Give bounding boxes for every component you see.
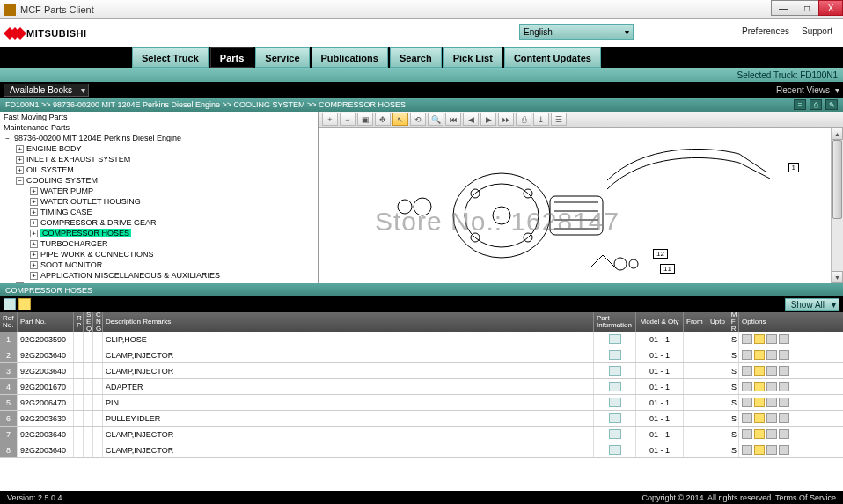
table-row[interactable]: 592G2006470PIN01 - 1S — [0, 395, 843, 411]
option-icon-2[interactable] — [754, 350, 765, 360]
nav-prev-icon[interactable]: ◀ — [463, 113, 479, 126]
option-icon-1[interactable] — [742, 429, 752, 439]
callout-11[interactable]: 11 — [660, 264, 675, 274]
select-icon[interactable]: ↖ — [392, 113, 408, 126]
zoom-in-icon[interactable]: + — [322, 113, 338, 126]
option-icon-3[interactable] — [766, 350, 777, 360]
option-icon-4[interactable] — [779, 398, 789, 407]
toggle-button-1[interactable] — [4, 298, 16, 310]
layers-icon[interactable]: ☰ — [551, 113, 567, 126]
nav-last-icon[interactable]: ⏭ — [498, 113, 514, 126]
tree-fastmoving[interactable]: Fast Moving Parts — [0, 112, 318, 122]
expand-icon[interactable]: + — [30, 240, 38, 248]
zoom-out-icon[interactable]: − — [340, 113, 356, 126]
col-mq[interactable]: Model & Qty — [636, 312, 684, 332]
tree-inlet-exhaust[interactable]: INLET & EXHAUST SYSTEM — [26, 155, 130, 164]
option-icon-4[interactable] — [779, 382, 789, 391]
option-icon-4[interactable] — [779, 350, 789, 360]
option-icon-2[interactable] — [754, 366, 765, 376]
table-row[interactable]: 792G2003640CLAMP,INJECTOR01 - 1S — [0, 427, 843, 442]
option-icon-1[interactable] — [742, 413, 752, 423]
part-info-icon[interactable] — [609, 366, 621, 376]
tree-water-outlet[interactable]: WATER OUTLET HOUSING — [40, 197, 141, 206]
tab-select-truck[interactable]: Select Truck — [132, 47, 209, 68]
col-from[interactable]: From — [684, 312, 707, 332]
table-row[interactable]: 392G2003640CLAMP,INJECTOR01 - 1S — [0, 363, 843, 379]
fit-icon[interactable]: ▣ — [357, 113, 373, 126]
part-info-icon[interactable] — [609, 445, 621, 455]
expand-icon[interactable]: + — [30, 187, 38, 195]
part-info-icon[interactable] — [609, 413, 621, 423]
option-icon-3[interactable] — [766, 413, 777, 423]
toggle-button-2[interactable] — [18, 298, 31, 310]
recent-views-label[interactable]: Recent Views — [776, 85, 830, 95]
collapse-icon[interactable]: − — [16, 177, 24, 185]
tree-water-pump[interactable]: WATER PUMP — [40, 186, 93, 195]
nav-first-icon[interactable]: ⏮ — [445, 113, 461, 126]
reset-icon[interactable]: ⟲ — [410, 113, 426, 126]
option-icon-3[interactable] — [766, 382, 777, 391]
option-icon-4[interactable] — [779, 429, 789, 439]
part-info-icon[interactable] — [609, 429, 621, 439]
option-icon-1[interactable] — [742, 366, 752, 376]
tree-timing-case[interactable]: TIMING CASE — [40, 208, 92, 216]
expand-icon[interactable]: + — [30, 261, 38, 269]
tab-content-updates[interactable]: Content Updates — [504, 47, 601, 68]
tree-engine-body[interactable]: ENGINE BODY — [26, 144, 82, 153]
col-seq[interactable]: S E Q — [84, 312, 93, 332]
col-options[interactable]: Options — [739, 312, 795, 332]
table-row[interactable]: 192G2003590CLIP,HOSE01 - 1S — [0, 332, 843, 347]
table-row[interactable]: 892G2003640CLAMP,INJECTOR01 - 1S — [0, 442, 843, 458]
expand-icon[interactable]: + — [16, 145, 24, 153]
option-icon-1[interactable] — [742, 382, 752, 391]
col-ref[interactable]: Ref No. — [0, 312, 18, 332]
scroll-up-icon[interactable]: ▲ — [832, 128, 843, 140]
available-books-dropdown[interactable]: Available Books — [4, 84, 89, 97]
option-icon-2[interactable] — [754, 445, 765, 455]
tree-app-misc[interactable]: APPLICATION MISCELLANEOUS & AUXILIARIES — [40, 271, 220, 280]
col-rp[interactable]: R P — [74, 312, 84, 332]
tool-icon[interactable]: ✎ — [825, 99, 838, 110]
tab-pick-list[interactable]: Pick List — [443, 47, 502, 68]
tree-compressor-hoses[interactable]: COMPRESSOR HOSES — [40, 229, 131, 237]
option-icon-2[interactable] — [754, 398, 765, 407]
expand-icon[interactable]: + — [16, 282, 24, 283]
tree-cooling-system[interactable]: COOLING SYSTEM — [26, 176, 98, 185]
part-info-icon[interactable] — [609, 334, 621, 344]
col-desc[interactable]: Description Remarks — [103, 312, 594, 332]
option-icon-4[interactable] — [779, 445, 789, 455]
option-icon-3[interactable] — [766, 445, 777, 455]
tab-search[interactable]: Search — [390, 47, 442, 68]
chevron-down-icon[interactable]: ▾ — [835, 85, 839, 95]
close-button[interactable]: X — [818, 0, 843, 16]
col-mfr[interactable]: M F R — [729, 312, 739, 332]
part-info-icon[interactable] — [609, 382, 621, 391]
col-cng[interactable]: C N G — [93, 312, 103, 332]
support-link[interactable]: Support — [802, 26, 832, 36]
diagram-image[interactable]: 1 12 11 Store No.: 1628147 — [319, 128, 843, 283]
option-icon-1[interactable] — [742, 398, 752, 407]
tree-pipe-work[interactable]: PIPE WORK & CONNECTIONS — [40, 250, 154, 259]
expand-icon[interactable]: + — [30, 198, 38, 206]
table-row[interactable]: 692G2003630PULLEY,IDLER01 - 1S — [0, 411, 843, 427]
option-icon-1[interactable] — [742, 350, 752, 360]
tab-parts[interactable]: Parts — [210, 47, 254, 68]
tree-maintenance[interactable]: Maintenance Parts — [0, 122, 318, 133]
tree-soot-monitor[interactable]: SOOT MONITOR — [40, 260, 102, 269]
scroll-thumb[interactable] — [832, 140, 842, 219]
preferences-link[interactable]: Preferences — [742, 26, 789, 36]
expand-icon[interactable]: + — [30, 251, 38, 259]
option-icon-2[interactable] — [754, 334, 765, 344]
option-icon-2[interactable] — [754, 382, 765, 391]
option-icon-3[interactable] — [766, 366, 777, 376]
option-icon-2[interactable] — [754, 413, 765, 423]
col-pi[interactable]: Part Information — [594, 312, 636, 332]
expand-icon[interactable]: + — [30, 272, 38, 280]
tree-oil-system[interactable]: OIL SYSTEM — [26, 165, 74, 174]
col-part[interactable]: Part No. — [18, 312, 74, 332]
scroll-down-icon[interactable]: ▼ — [832, 271, 843, 283]
expand-icon[interactable]: + — [16, 166, 24, 174]
option-icon-1[interactable] — [742, 334, 752, 344]
show-all-dropdown[interactable]: Show All — [785, 298, 839, 311]
print-icon[interactable]: ⎙ — [516, 113, 531, 126]
